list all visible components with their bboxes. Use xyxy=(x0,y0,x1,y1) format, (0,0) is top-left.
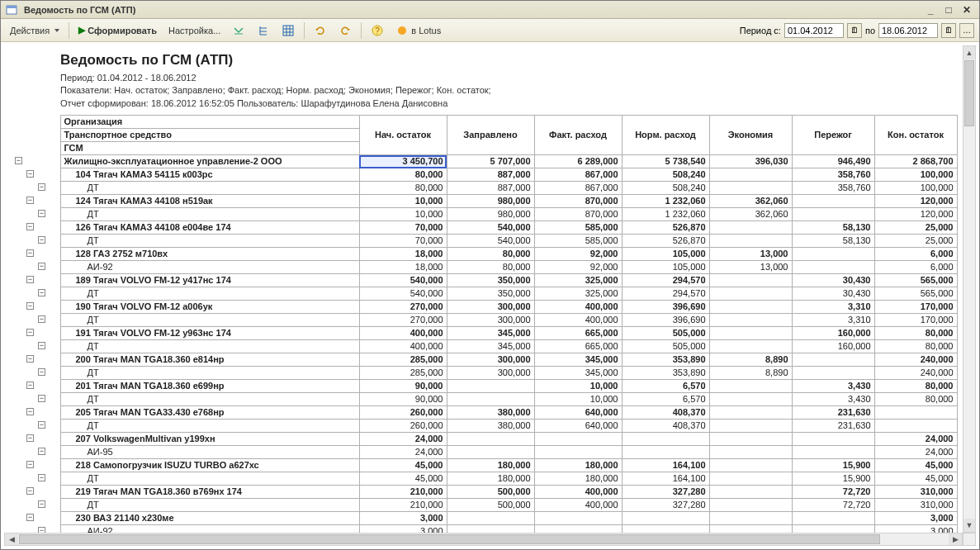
table-row[interactable]: −ДТ285,000300,000345,000353,8908,890240,… xyxy=(11,367,957,380)
cell[interactable]: 10,000 xyxy=(359,208,447,221)
tree-expander[interactable]: − xyxy=(26,355,34,363)
cell[interactable]: 6,570 xyxy=(622,380,709,393)
cell[interactable]: 3,000 xyxy=(874,512,957,525)
cell[interactable] xyxy=(792,446,874,459)
tree-expander[interactable]: − xyxy=(38,315,45,323)
scroll-down-icon[interactable]: ▼ xyxy=(963,519,975,532)
cell[interactable]: 25,000 xyxy=(874,221,957,235)
cell[interactable]: 565,000 xyxy=(874,287,957,301)
cell[interactable] xyxy=(447,380,534,393)
cell[interactable]: 30,430 xyxy=(792,274,874,287)
cell[interactable] xyxy=(792,195,874,208)
period-dialog-button[interactable]: … xyxy=(959,23,974,38)
cell[interactable]: 6 289,000 xyxy=(534,155,622,168)
cell[interactable]: 260,000 xyxy=(359,420,447,433)
cell[interactable] xyxy=(709,406,792,420)
tree-expander[interactable]: − xyxy=(38,421,45,429)
cell[interactable]: 300,000 xyxy=(447,301,534,314)
cell[interactable]: 3,000 xyxy=(359,525,447,533)
cell[interactable]: 585,000 xyxy=(534,235,622,248)
cell[interactable]: 6,000 xyxy=(874,261,957,274)
cell[interactable]: 310,000 xyxy=(874,499,957,512)
cell[interactable] xyxy=(709,235,792,248)
cell[interactable]: 380,000 xyxy=(447,420,534,433)
cell[interactable]: 170,000 xyxy=(874,301,957,314)
tree-expander[interactable]: − xyxy=(38,289,45,296)
tree-expander[interactable]: − xyxy=(26,408,34,415)
tree-expander[interactable]: − xyxy=(26,382,34,389)
cell[interactable]: 80,000 xyxy=(874,327,957,340)
cell[interactable] xyxy=(792,261,874,274)
cell[interactable]: 80,000 xyxy=(447,248,534,261)
cell[interactable]: 30,430 xyxy=(792,287,874,301)
cell[interactable]: 294,570 xyxy=(622,274,709,287)
cell[interactable]: 400,000 xyxy=(359,327,447,340)
cell[interactable]: 640,000 xyxy=(534,406,622,420)
cell[interactable]: 180,000 xyxy=(534,459,622,472)
cell[interactable]: 210,000 xyxy=(359,486,447,499)
tree-expander[interactable]: − xyxy=(26,223,34,230)
cell[interactable]: 105,000 xyxy=(622,261,709,274)
cell[interactable]: 90,000 xyxy=(359,380,447,393)
cell[interactable]: 6,570 xyxy=(622,393,709,406)
settings-button[interactable]: Настройка... xyxy=(164,23,225,38)
cell[interactable] xyxy=(874,406,957,420)
cell[interactable] xyxy=(792,433,874,446)
cell[interactable]: 80,000 xyxy=(874,380,957,393)
table-row[interactable]: −128 ГАЗ 2752 м710вх18,00080,00092,00010… xyxy=(11,248,957,261)
date-to-input[interactable]: 18.06.2012 xyxy=(878,23,938,38)
cell[interactable]: 3,430 xyxy=(792,380,874,393)
cell[interactable] xyxy=(447,525,534,533)
table-row[interactable]: −ДТ260,000380,000640,000408,370231,630 xyxy=(11,420,957,433)
cell[interactable]: 5 738,540 xyxy=(622,155,709,168)
tree-expander[interactable]: − xyxy=(38,183,45,191)
cell[interactable]: 400,000 xyxy=(534,301,622,314)
cell[interactable]: 980,000 xyxy=(447,195,534,208)
cell[interactable]: 408,370 xyxy=(622,406,709,420)
cell[interactable] xyxy=(709,393,792,406)
cell[interactable]: 3,310 xyxy=(792,301,874,314)
cell[interactable]: 665,000 xyxy=(534,327,622,340)
cell[interactable]: 92,000 xyxy=(534,248,622,261)
cell[interactable] xyxy=(534,525,622,533)
cell[interactable] xyxy=(622,525,709,533)
cell[interactable]: 8,890 xyxy=(709,367,792,380)
tree-expander[interactable]: − xyxy=(38,368,45,376)
cell[interactable]: 180,000 xyxy=(534,472,622,486)
tree-expander[interactable]: − xyxy=(38,342,45,349)
cell[interactable]: 327,280 xyxy=(622,486,709,499)
cell[interactable] xyxy=(792,512,874,525)
cell[interactable]: 80,000 xyxy=(447,261,534,274)
cell[interactable] xyxy=(792,367,874,380)
cell[interactable]: 946,490 xyxy=(792,155,874,168)
tree-expander[interactable]: − xyxy=(38,236,45,244)
cell[interactable]: 70,000 xyxy=(359,235,447,248)
cell[interactable]: 400,000 xyxy=(534,314,622,327)
cell[interactable] xyxy=(792,353,874,367)
cell[interactable]: 325,000 xyxy=(534,274,622,287)
cell[interactable]: 300,000 xyxy=(447,353,534,367)
cell[interactable]: 325,000 xyxy=(534,287,622,301)
cell[interactable]: 231,630 xyxy=(792,406,874,420)
table-row[interactable]: −207 VolkswagenMultivan у199хн24,00024,0… xyxy=(11,433,957,446)
cell[interactable]: 231,630 xyxy=(792,420,874,433)
cell[interactable]: 105,000 xyxy=(622,248,709,261)
cell[interactable]: 25,000 xyxy=(874,235,957,248)
cell[interactable] xyxy=(447,512,534,525)
cell[interactable]: 358,760 xyxy=(792,168,874,182)
table-row[interactable]: −230 ВАЗ 21140 х230ме3,0003,000 xyxy=(11,512,957,525)
table-row[interactable]: −191 Тягач VOLVO FM-12 у963нс 174400,000… xyxy=(11,327,957,340)
cell[interactable]: 240,000 xyxy=(874,367,957,380)
table-row[interactable]: −ДТ540,000350,000325,000294,57030,430565… xyxy=(11,287,957,301)
table-row[interactable]: −ДТ10,000980,000870,0001 232,060362,0601… xyxy=(11,208,957,221)
cell[interactable]: 508,240 xyxy=(622,182,709,195)
cell[interactable]: 540,000 xyxy=(359,274,447,287)
cell[interactable]: 80,000 xyxy=(874,340,957,353)
cell[interactable] xyxy=(709,459,792,472)
cell[interactable]: 3,000 xyxy=(874,525,957,533)
tool-btn-1[interactable] xyxy=(228,21,249,40)
cell[interactable] xyxy=(709,472,792,486)
table-row[interactable]: −ДТ45,000180,000180,000164,10015,90045,0… xyxy=(11,472,957,486)
cell[interactable]: 120,000 xyxy=(874,195,957,208)
tree-expander[interactable]: − xyxy=(38,500,45,508)
